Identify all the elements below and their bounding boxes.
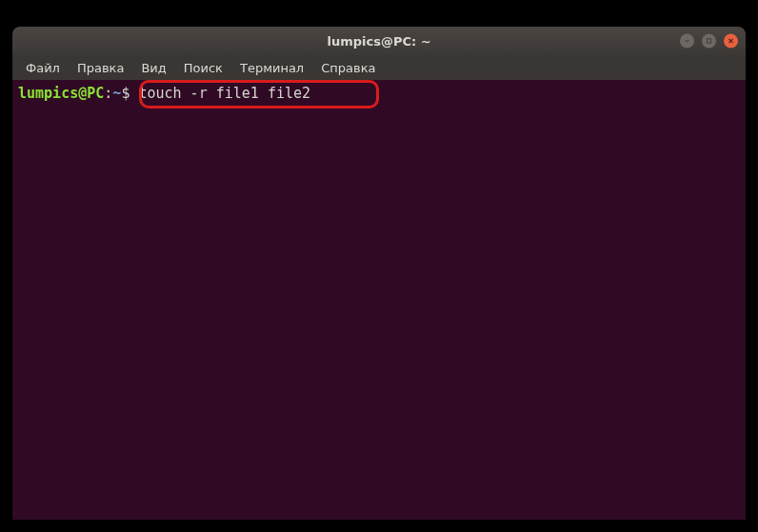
menubar: Файл Правка Вид Поиск Терминал Справка (12, 55, 746, 80)
command-input: touch -r file1 file2 (130, 84, 310, 103)
titlebar: lumpics@PC: ~ (12, 27, 746, 55)
minimize-icon (684, 38, 690, 45)
menu-terminal[interactable]: Терминал (232, 58, 311, 78)
prompt-colon: : (104, 84, 112, 103)
window-title: lumpics@PC: ~ (327, 34, 430, 49)
menu-file[interactable]: Файл (18, 58, 68, 78)
menu-help[interactable]: Справка (313, 58, 383, 78)
close-icon (728, 38, 734, 45)
prompt-line: lumpics@PC:~$ touch -r file1 file2 (18, 84, 740, 103)
terminal-window: lumpics@PC: ~ Файл Правка Вид (12, 27, 746, 520)
maximize-button[interactable] (702, 34, 716, 49)
close-button[interactable] (724, 34, 738, 49)
terminal-body[interactable]: lumpics@PC:~$ touch -r file1 file2 (12, 80, 746, 520)
maximize-icon (706, 38, 712, 45)
svg-rect-1 (707, 39, 710, 43)
window-controls (680, 34, 738, 49)
prompt-path: ~ (112, 84, 121, 103)
menu-edit[interactable]: Правка (70, 58, 131, 78)
menu-search[interactable]: Поиск (176, 58, 230, 78)
menu-view[interactable]: Вид (133, 58, 173, 78)
minimize-button[interactable] (680, 34, 694, 49)
prompt-dollar: $ (121, 84, 130, 103)
prompt-user: lumpics@PC (18, 84, 104, 103)
